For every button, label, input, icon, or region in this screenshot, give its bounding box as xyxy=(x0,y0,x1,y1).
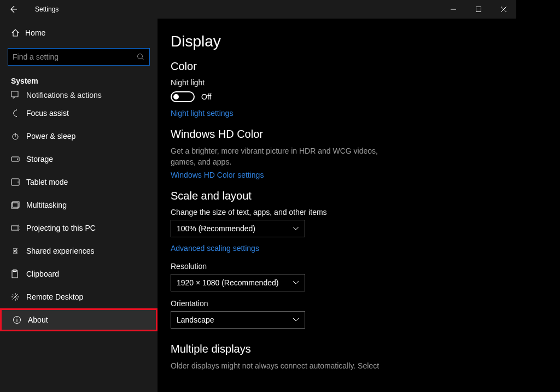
toggle-knob xyxy=(173,94,179,100)
chevron-down-icon xyxy=(293,318,299,322)
sidebar-item-label: Focus assist xyxy=(26,109,69,118)
maximize-button[interactable] xyxy=(466,0,491,19)
sidebar-item-storage[interactable]: Storage xyxy=(0,148,158,171)
text-size-select[interactable]: 100% (Recommended) xyxy=(171,220,305,237)
search-input[interactable] xyxy=(8,48,150,66)
sidebar-item-projecting[interactable]: Projecting to this PC xyxy=(0,217,158,239)
sidebar-item-remote-desktop[interactable]: Remote Desktop xyxy=(0,285,158,308)
svg-line-5 xyxy=(142,58,144,61)
orientation-label: Orientation xyxy=(171,299,503,308)
home-icon xyxy=(11,28,25,37)
resolution-value: 1920 × 1080 (Recommended) xyxy=(177,278,278,287)
chevron-down-icon xyxy=(293,280,299,285)
minimize-icon xyxy=(451,7,456,12)
svg-point-4 xyxy=(138,54,143,59)
page-title: Display xyxy=(171,33,503,50)
night-light-settings-link[interactable]: Night light settings xyxy=(171,109,233,118)
sidebar-item-label: Projecting to this PC xyxy=(26,224,96,232)
sidebar-item-power-sleep[interactable]: Power & sleep xyxy=(0,125,158,148)
resolution-select[interactable]: 1920 × 1080 (Recommended) xyxy=(171,274,305,291)
sidebar-item-clipboard[interactable]: Clipboard xyxy=(0,262,158,285)
sidebar-item-multitasking[interactable]: Multitasking xyxy=(0,194,158,217)
notifications-icon xyxy=(11,91,26,99)
settings-window: Settings Home xyxy=(0,0,516,392)
arrow-left-icon xyxy=(9,5,18,14)
back-button[interactable] xyxy=(8,4,19,15)
svg-point-20 xyxy=(16,318,18,319)
text-size-label: Change the size of text, apps, and other… xyxy=(171,208,503,217)
sidebar-item-label: About xyxy=(28,315,48,324)
sidebar-item-label: Power & sleep xyxy=(26,132,75,141)
svg-rect-1 xyxy=(476,7,481,12)
sidebar: Home System Notifications & actions xyxy=(0,19,158,392)
section-scale-heading: Scale and layout xyxy=(171,190,503,202)
sidebar-item-notifications[interactable]: Notifications & actions xyxy=(0,89,158,102)
sidebar-item-label: Remote Desktop xyxy=(26,292,83,301)
search-icon xyxy=(137,53,144,61)
sidebar-item-label: Tablet mode xyxy=(26,178,68,186)
minimize-button[interactable] xyxy=(441,0,466,19)
multi-desc: Older displays might not always connect … xyxy=(171,361,389,372)
resolution-label: Resolution xyxy=(171,262,503,271)
sidebar-item-label: Shared experiences xyxy=(26,247,95,255)
projecting-icon xyxy=(11,224,26,232)
svg-rect-6 xyxy=(11,91,18,97)
sidebar-item-label: Multitasking xyxy=(26,201,67,209)
sidebar-item-tablet-mode[interactable]: Tablet mode xyxy=(0,171,158,194)
clipboard-icon xyxy=(11,270,26,278)
sidebar-item-home[interactable]: Home xyxy=(0,22,158,44)
close-button[interactable] xyxy=(491,0,516,19)
night-light-toggle[interactable] xyxy=(171,91,195,102)
section-multi-heading: Multiple displays xyxy=(171,343,503,355)
sidebar-item-label: Storage xyxy=(26,155,53,163)
hdcolor-desc: Get a brighter, more vibrant picture in … xyxy=(171,146,389,167)
hdcolor-settings-link[interactable]: Windows HD Color settings xyxy=(171,171,264,179)
section-hdcolor-heading: Windows HD Color xyxy=(171,128,503,141)
svg-point-12 xyxy=(18,182,19,183)
window-title: Settings xyxy=(27,5,59,13)
orientation-value: Landscape xyxy=(177,315,214,324)
maximize-icon xyxy=(476,7,481,12)
titlebar: Settings xyxy=(0,0,516,19)
svg-rect-15 xyxy=(11,226,18,230)
power-icon xyxy=(11,132,26,141)
text-size-value: 100% (Recommended) xyxy=(177,224,255,233)
svg-point-10 xyxy=(17,159,18,160)
sidebar-item-label: Clipboard xyxy=(26,270,59,278)
sidebar-nav: Notifications & actions Focus assist Pow… xyxy=(0,89,158,392)
home-label: Home xyxy=(25,28,45,37)
night-light-label: Night light xyxy=(171,78,503,87)
content-area: Display Color Night light Off Night ligh… xyxy=(158,19,516,392)
tablet-icon xyxy=(11,178,26,186)
sidebar-item-shared-experiences[interactable]: Shared experiences xyxy=(0,239,158,262)
shared-icon xyxy=(11,247,26,255)
sidebar-item-about[interactable]: About xyxy=(0,308,158,331)
multitasking-icon xyxy=(11,201,26,209)
moon-icon xyxy=(11,109,26,118)
sidebar-item-focus-assist[interactable]: Focus assist xyxy=(0,102,158,125)
info-icon xyxy=(13,315,28,324)
chevron-down-icon xyxy=(293,226,299,231)
close-icon xyxy=(501,7,506,12)
remote-desktop-icon xyxy=(11,292,26,301)
night-light-state: Off xyxy=(201,92,211,101)
advanced-scaling-link[interactable]: Advanced scaling settings xyxy=(171,244,259,253)
sidebar-category-label: System xyxy=(0,68,158,89)
section-color-heading: Color xyxy=(171,60,503,73)
storage-icon xyxy=(11,156,26,162)
sidebar-item-label: Notifications & actions xyxy=(26,91,102,100)
orientation-select[interactable]: Landscape xyxy=(171,311,305,329)
